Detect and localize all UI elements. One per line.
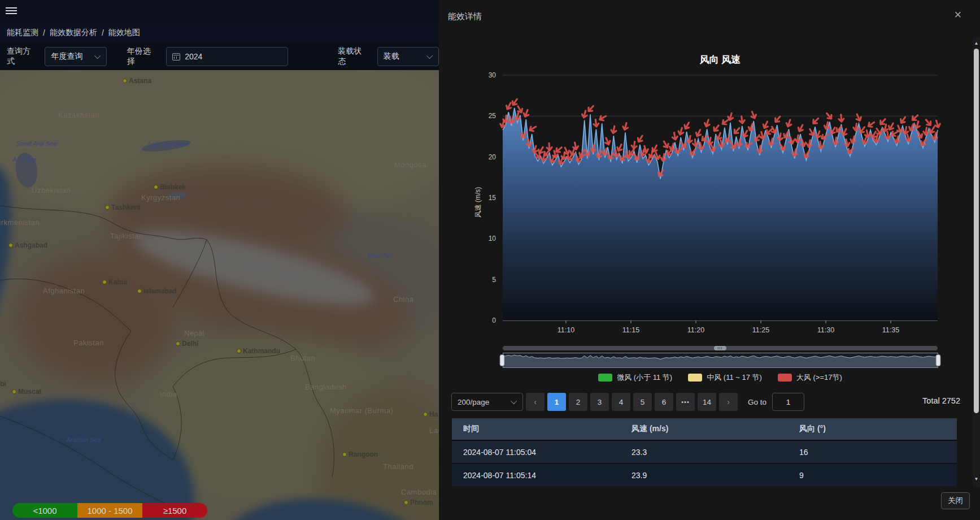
page-button-1[interactable]: 1 [547,393,566,411]
query-mode-select[interactable]: 年度查询 [45,47,106,66]
map-label-bangladesh: Bangladesh [305,383,347,391]
datazoom-scrollbar[interactable] [503,346,938,350]
table-cell: 16 [788,441,957,463]
year-date-input[interactable]: 2024 [166,47,288,66]
map-color-legend: <10001000 - 1500≥1500 [12,503,207,518]
city-label-islamabad: Islamabad [143,287,177,295]
city-label-delhi: Delhi [182,340,198,348]
load-state-value: 装载 [384,51,399,62]
table-header-cell: 时间 [452,418,620,440]
city-label-tashkent: Tashkent [111,203,141,211]
svg-text:30: 30 [489,71,496,79]
legend-item[interactable]: 大风 (>=17节) [778,372,842,383]
svg-text:11:15: 11:15 [622,326,639,334]
map-label-india: India [160,390,177,398]
map-label-uzbekistan: Uzbekistan [32,186,71,194]
chart-title: 风向 风速 [503,53,938,66]
map-page: 能耗监测/能效数据分析/能效地图 查询方式 年度查询 年份选择 2024 装载状… [0,0,439,520]
datazoom-scroll-thumb[interactable] [714,346,726,350]
map-label-nepal: Nepal [184,329,204,337]
page-button-6[interactable]: 6 [655,393,673,411]
city-label-kathmandu: Kathmandu [243,347,280,355]
map-label-tajikistan: Tajikistan [110,232,143,240]
table-header: 时间风速 (m/s)风向 (°) [452,418,957,440]
map-legend-segment: <1000 [12,503,77,518]
dialog-scrollbar[interactable]: ▲ ▼ [973,37,980,487]
app-root: 能耗监测/能效数据分析/能效地图 查询方式 年度查询 年份选择 2024 装载状… [0,0,980,520]
svg-text:10: 10 [489,235,496,242]
map-label-myanmar-burma-: Myanmar (Burma) [330,406,393,415]
map-label-small-aral-sea: Small Aral Sea [16,140,56,147]
breadcrumb-item[interactable]: 能效数据分析 [50,28,97,38]
svg-text:11:25: 11:25 [752,326,769,334]
map-label-laos: Laos [429,426,439,435]
prev-page-button[interactable]: ‹ [526,393,545,411]
map-label-arabian-sea: Arabian Sea [67,436,101,443]
table-cell: 9 [788,464,957,486]
top-navbar [0,0,439,23]
table-cell: 23.9 [620,464,788,486]
legend-item[interactable]: 微风 (小于 11 节) [598,372,672,383]
page-button-14[interactable]: 14 [698,393,716,411]
table-row[interactable]: 2024-08-07 11:05:1423.99 [452,463,957,486]
total-count: Total 2752 [922,396,960,405]
scrollbar-thumb[interactable] [974,49,979,413]
scrollbar-down-arrow[interactable]: ▼ [973,475,979,482]
table-header-cell: 风速 (m/s) [620,418,788,440]
map-label-koko-nor: Koko Nor [367,252,393,259]
page-size-select[interactable]: 200/page [451,393,523,411]
legend-label: 微风 (小于 11 节) [617,372,672,383]
page-button-2[interactable]: 2 [569,393,587,411]
query-mode-label: 查询方式 [7,46,38,67]
map-label-bi: bi [0,380,6,388]
city-label-kabul: Kabul [108,278,127,286]
goto-page-input[interactable] [772,393,804,411]
year-label: 年份选择 [127,46,158,67]
legend-item[interactable]: 中风 (11 ~ 17 节) [688,372,762,383]
map-label-urkmenistan: urkmenistan [0,218,40,227]
wind-data-table: 时间风速 (m/s)风向 (°) 2024-08-07 11:05:0423.3… [452,418,957,486]
pagination: 200/page ‹ 123456•••14 › Go to [451,393,962,411]
svg-text:11:20: 11:20 [687,326,704,334]
table-cell: 23.3 [620,441,788,463]
page-button-3[interactable]: 3 [590,393,609,411]
terrain-map[interactable]: AstanaKazakhstanSmall Aral SeaLake Balkh… [0,70,439,520]
map-label-aral-sea: Aral Sea [12,156,36,163]
datazoom-slider[interactable] [498,350,943,371]
map-label-thailand: Thailand [383,462,413,471]
page-button-4[interactable]: 4 [612,393,630,411]
dialog-title: 能效详情 [448,11,482,22]
svg-text:11:35: 11:35 [882,326,899,334]
breadcrumb: 能耗监测/能效数据分析/能效地图 [0,23,439,43]
map-label-china: China [393,295,413,304]
chevron-down-icon [94,53,101,59]
load-state-label: 装载状态 [338,46,369,67]
legend-swatch [688,374,702,382]
query-mode-value: 年度查询 [51,51,82,62]
load-state-select[interactable]: 装载 [377,47,439,66]
next-page-button[interactable]: › [719,393,738,411]
map-label-cambodia: Cambodia [401,488,437,496]
legend-swatch [778,374,792,382]
more-pages-button[interactable]: ••• [676,393,695,411]
chevron-down-icon [511,398,517,404]
svg-text:风速 (m/s): 风速 (m/s) [474,187,482,218]
wind-speed-chart[interactable]: 05101520253011:1011:1511:2011:2511:3011:… [439,65,980,336]
svg-text:11:10: 11:10 [557,326,574,334]
chevron-down-icon [426,53,433,59]
city-label-bishkek: Bishkek [160,183,186,191]
city-label-rangoon: Rangoon [349,450,378,458]
city-label-muscat: Muscat [18,388,41,396]
menu-hamburger-icon[interactable] [6,7,17,15]
table-row[interactable]: 2024-08-07 11:05:0423.316 [452,440,957,463]
svg-text:20: 20 [489,153,496,161]
svg-text:0: 0 [492,317,496,324]
close-button[interactable]: 关闭 [941,492,970,509]
page-button-5[interactable]: 5 [633,393,652,411]
city-label-astana: Astana [129,77,151,85]
energy-detail-dialog: 能效详情 ✕ 风向 风速 05101520253011:1011:1511:20… [439,0,980,520]
scrollbar-up-arrow[interactable]: ▲ [973,40,979,46]
breadcrumb-item[interactable]: 能效地图 [108,28,140,38]
dialog-close-icon[interactable]: ✕ [954,9,962,21]
breadcrumb-item[interactable]: 能耗监测 [7,28,38,38]
